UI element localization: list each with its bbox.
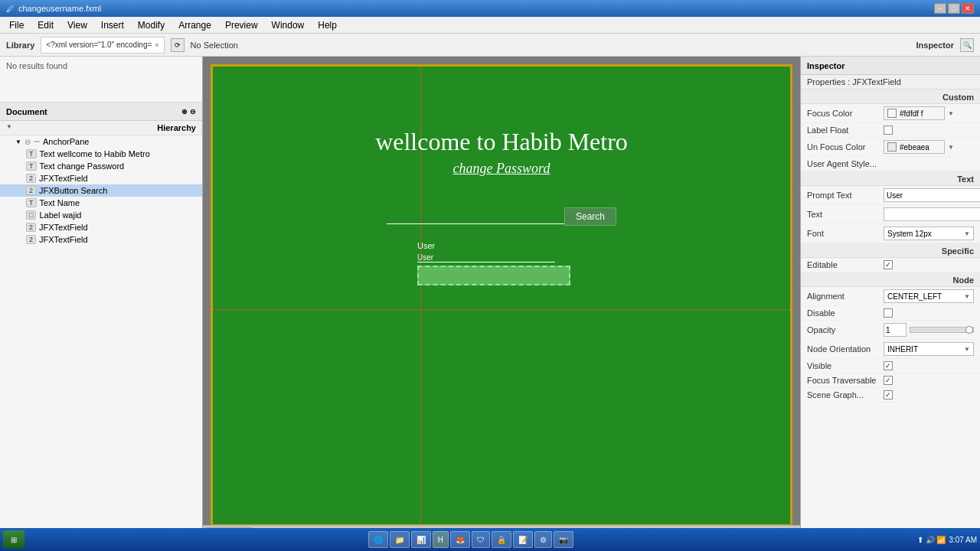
taskbar-shield[interactable]: 🛡 — [472, 531, 490, 548]
xml-close-icon[interactable]: × — [155, 41, 158, 49]
tree-item-text-name[interactable]: T Text Name — [0, 197, 202, 209]
prompt-text-input[interactable] — [884, 188, 980, 202]
menu-view[interactable]: View — [61, 18, 93, 32]
editable-checkbox[interactable] — [884, 260, 893, 269]
alignment-dropdown-arrow: ▼ — [964, 293, 970, 300]
user-placeholder: User — [417, 253, 433, 262]
focus-traversable-checkbox[interactable] — [884, 376, 893, 385]
tree-item-label-wajid[interactable]: □ Label wajid — [0, 209, 202, 221]
menu-arrange[interactable]: Arrange — [172, 18, 217, 32]
focus-color-box — [887, 109, 897, 118]
library-section: No results found — [0, 57, 202, 103]
opacity-slider[interactable] — [910, 327, 974, 333]
document-header: Document ⊕ ⊖ — [0, 103, 202, 121]
jfxtextfield-badge-1: 2 — [26, 174, 36, 183]
tree-item-anchorpane[interactable]: ▼ ⊖ AnchorPane — [0, 135, 202, 148]
menu-file[interactable]: File — [3, 18, 30, 32]
tree-item-text-welcome[interactable]: T Text wellcome to Habib Metro — [0, 148, 202, 160]
jfxtextfield-label-3: JFXTextField — [39, 235, 88, 244]
user-textfield-selected[interactable] — [417, 266, 570, 285]
unfocus-color-arrow[interactable]: ▼ — [948, 144, 954, 151]
anchorpane-badge — [34, 141, 40, 142]
maximize-button[interactable]: □ — [948, 3, 960, 14]
menu-modify[interactable]: Modify — [132, 18, 171, 32]
disable-value[interactable] — [884, 308, 974, 318]
toolbar-icon-btn[interactable]: ⟳ — [171, 38, 185, 52]
taskbar-notepad[interactable]: 📝 — [513, 531, 533, 548]
focus-traversable-value[interactable] — [884, 376, 974, 385]
tree-item-jfxtextfield-1[interactable]: 2 JFXTextField — [0, 172, 202, 184]
text-prop-input[interactable] — [884, 207, 980, 221]
change-password-link[interactable]: change Password — [453, 161, 550, 177]
taskbar-habib[interactable]: H — [433, 531, 449, 548]
focus-color-value[interactable]: #fdfdf f ▼ — [884, 106, 974, 120]
font-dropdown-arrow: ▼ — [964, 230, 970, 237]
taskbar-folder[interactable]: 📁 — [390, 531, 410, 548]
xml-tab[interactable]: <?xml version="1.0" encoding= × — [41, 37, 164, 54]
node-orientation-value[interactable]: INHERIT ▼ — [884, 342, 974, 356]
taskbar-excel[interactable]: 📊 — [411, 531, 431, 548]
text-prop-value[interactable] — [884, 207, 980, 221]
specific-section-label: Specific — [801, 243, 980, 258]
opacity-value[interactable] — [884, 323, 974, 337]
focus-color-row: Focus Color #fdfdf f ▼ — [801, 104, 980, 123]
menu-window[interactable]: Window — [266, 18, 311, 32]
font-value[interactable]: System 12px ▼ — [884, 227, 974, 240]
taskbar-defender[interactable]: 🔒 — [492, 531, 511, 548]
alignment-dropdown-value: CENTER_LEFT — [887, 292, 942, 301]
taskbar-app2[interactable]: 📷 — [554, 531, 573, 548]
menu-help[interactable]: Help — [312, 18, 343, 32]
label-float-checkbox[interactable] — [884, 126, 893, 135]
menu-edit[interactable]: Edit — [31, 18, 60, 32]
focus-color-hex: #fdfdf f — [900, 109, 923, 118]
node-orientation-dropdown[interactable]: INHERIT ▼ — [884, 342, 974, 356]
text-section-label: Text — [801, 171, 980, 186]
focus-color-swatch[interactable]: #fdfdf f — [884, 106, 945, 120]
minimize-button[interactable]: − — [934, 3, 946, 14]
menu-insert[interactable]: Insert — [95, 18, 130, 32]
scene-graph-checkbox[interactable] — [884, 390, 893, 399]
unfocus-color-value[interactable]: #ebeaea ▼ — [884, 140, 974, 154]
start-button[interactable]: ⊞ — [3, 530, 24, 549]
opacity-slider-thumb — [965, 326, 973, 334]
visible-checkbox[interactable] — [884, 361, 893, 370]
jfxbutton-badge: 2 — [26, 186, 36, 195]
tree-item-jfxtextfield-2[interactable]: 2 JFXTextField — [0, 221, 202, 233]
focus-color-label: Focus Color — [807, 109, 884, 118]
scene-graph-row: Scene Graph... — [801, 388, 980, 403]
menu-preview[interactable]: Preview — [219, 18, 264, 32]
inspector-search-icon[interactable]: 🔍 — [960, 38, 974, 52]
tree-item-text-changepassword[interactable]: T Text change Password — [0, 160, 202, 172]
jfxtextfield-label-2: JFXTextField — [39, 223, 88, 232]
search-button[interactable]: Search — [564, 207, 616, 226]
taskbar-app1[interactable]: ⚙ — [534, 531, 552, 548]
prompt-text-value[interactable] — [884, 188, 980, 202]
tree-item-jfxbutton[interactable]: 2 JFXButton Search — [0, 184, 202, 197]
font-dropdown[interactable]: System 12px ▼ — [884, 227, 974, 240]
alignment-value[interactable]: CENTER_LEFT ▼ — [884, 289, 974, 303]
jfxbutton-label: JFXButton Search — [39, 186, 107, 195]
alignment-dropdown[interactable]: CENTER_LEFT ▼ — [884, 289, 974, 303]
disable-checkbox[interactable] — [884, 308, 893, 318]
inspector-title: Inspector — [807, 61, 845, 70]
tree-item-jfxtextfield-3[interactable]: 2 JFXTextField — [0, 233, 202, 246]
taskbar-firefox[interactable]: 🦊 — [450, 531, 470, 548]
node-orientation-label: Node Orientation — [807, 344, 884, 354]
close-button[interactable]: ✕ — [962, 3, 974, 14]
text-label-3: Text Name — [40, 198, 80, 207]
label-float-value[interactable] — [884, 126, 974, 135]
text-label-2: Text change Password — [40, 161, 125, 171]
visible-row: Visible — [801, 359, 980, 373]
focus-color-arrow[interactable]: ▼ — [948, 110, 954, 117]
toolbar: Library <?xml version="1.0" encoding= × … — [0, 34, 980, 57]
document-icon[interactable]: ⊕ ⊖ — [181, 108, 196, 116]
taskbar-time: 3:07 AM — [949, 536, 977, 544]
opacity-input[interactable] — [884, 323, 906, 337]
tree-expand-icon: ▼ — [15, 139, 21, 145]
editable-value[interactable] — [884, 260, 974, 269]
taskbar-ie[interactable]: 🌐 — [368, 531, 388, 548]
visible-value[interactable] — [884, 361, 974, 370]
canvas-area[interactable]: wellcome to Habib Metro change Password … — [203, 57, 800, 534]
unfocus-color-swatch[interactable]: #ebeaea — [884, 140, 945, 154]
scene-graph-value[interactable] — [884, 390, 974, 399]
